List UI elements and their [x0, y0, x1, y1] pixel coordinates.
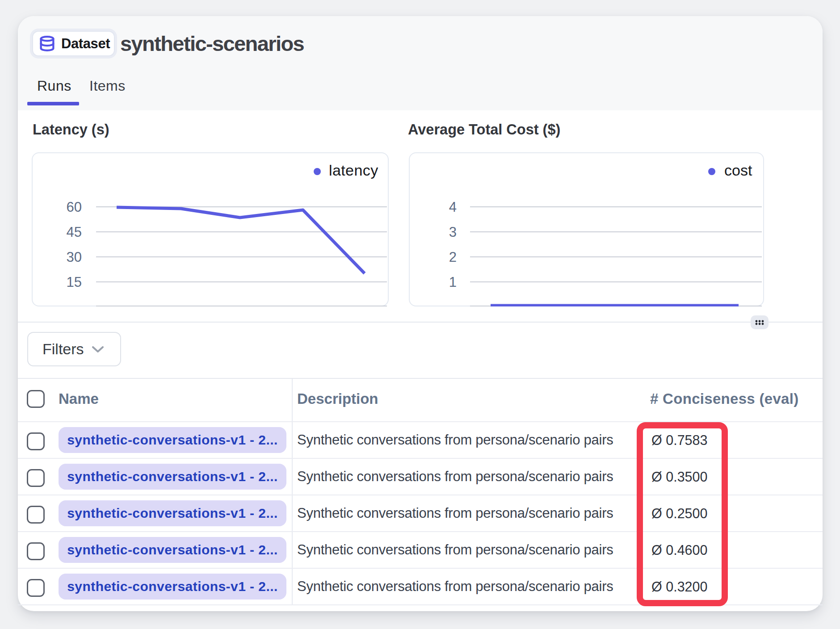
- svg-text:30: 30: [67, 249, 82, 265]
- svg-text:4: 4: [449, 199, 457, 215]
- svg-text:45: 45: [67, 224, 82, 240]
- svg-text:2: 2: [449, 249, 457, 265]
- svg-text:cost: cost: [724, 162, 752, 179]
- svg-text:1: 1: [449, 274, 457, 290]
- svg-text:60: 60: [67, 199, 82, 215]
- svg-text:latency: latency: [329, 162, 378, 179]
- svg-text:3: 3: [449, 224, 457, 240]
- svg-text:15: 15: [67, 274, 82, 290]
